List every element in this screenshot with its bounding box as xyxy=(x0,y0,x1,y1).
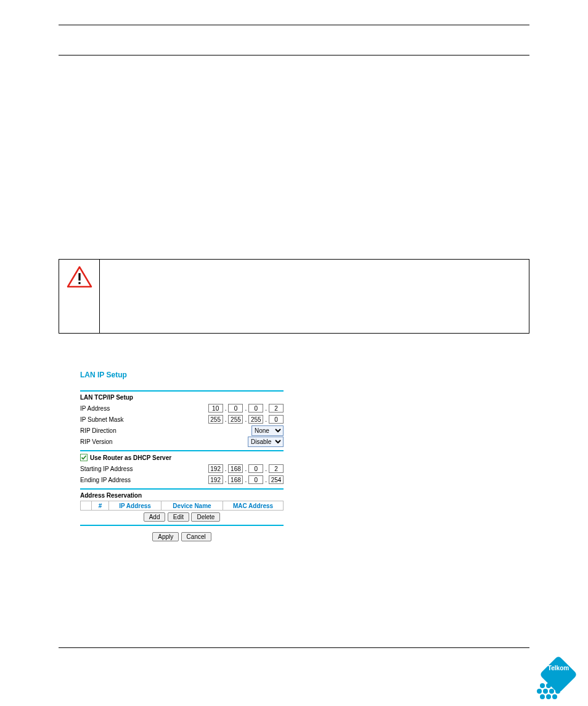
dhcp-checkbox[interactable] xyxy=(80,454,88,461)
subnet-mask-label: IP Subnet Mask xyxy=(80,416,123,423)
col-ip: IP Address xyxy=(109,501,161,511)
svg-point-13 xyxy=(546,694,551,699)
col-number: # xyxy=(92,501,109,511)
reservation-table: # IP Address Device Name MAC Address xyxy=(80,501,284,511)
rip-version-label: RIP Version xyxy=(80,438,113,445)
subnet-mask-input: . . . xyxy=(208,415,284,424)
rip-direction-select[interactable]: None xyxy=(251,425,284,436)
edit-button[interactable]: Edit xyxy=(168,512,189,522)
warning-table xyxy=(59,259,529,334)
ending-ip-label: Ending IP Address xyxy=(80,477,131,483)
end-d[interactable] xyxy=(269,475,284,484)
apply-button[interactable]: Apply xyxy=(152,532,179,541)
section-rule xyxy=(59,55,529,55)
col-mac: MAC Address xyxy=(223,501,284,511)
svg-point-10 xyxy=(549,689,554,694)
ip-d[interactable] xyxy=(269,404,284,413)
svg-rect-2 xyxy=(78,282,80,284)
svg-point-7 xyxy=(552,683,557,688)
svg-point-5 xyxy=(540,683,545,688)
rip-version-select[interactable]: Disable xyxy=(248,437,284,447)
divider xyxy=(80,390,284,392)
rip-direction-label: RIP Direction xyxy=(80,427,116,434)
add-button[interactable]: Add xyxy=(144,512,166,522)
warning-icon xyxy=(67,281,92,290)
ip-c[interactable] xyxy=(248,404,263,413)
ip-address-label: IP Address xyxy=(80,405,110,412)
delete-button[interactable]: Delete xyxy=(191,512,220,522)
divider xyxy=(80,525,284,526)
end-a[interactable] xyxy=(208,475,223,484)
end-c[interactable] xyxy=(248,475,263,484)
dhcp-label: Use Router as DHCP Server xyxy=(90,454,171,461)
svg-point-8 xyxy=(537,689,542,694)
footer-rule xyxy=(59,647,529,648)
starting-ip-input: . . . xyxy=(208,464,284,473)
svg-text:Telkom: Telkom xyxy=(548,665,569,671)
ending-ip-input: . . . xyxy=(208,475,284,484)
top-rule xyxy=(59,25,529,25)
svg-point-6 xyxy=(546,683,551,688)
col-device: Device Name xyxy=(161,501,223,511)
svg-point-14 xyxy=(552,694,557,699)
starting-ip-label: Starting IP Address xyxy=(80,466,133,472)
mask-d[interactable] xyxy=(269,415,284,424)
mask-b[interactable] xyxy=(228,415,243,424)
mask-c[interactable] xyxy=(248,415,263,424)
svg-point-11 xyxy=(555,689,560,694)
panel-title: LAN IP Setup xyxy=(80,371,284,379)
address-reservation-heading: Address Reservation xyxy=(80,492,284,499)
mask-a[interactable] xyxy=(208,415,223,424)
svg-point-12 xyxy=(540,694,545,699)
ip-b[interactable] xyxy=(228,404,243,413)
svg-point-9 xyxy=(543,689,548,694)
start-c[interactable] xyxy=(248,464,263,473)
lan-ip-setup-panel: LAN IP Setup LAN TCP/IP Setup IP Address… xyxy=(80,371,284,541)
start-b[interactable] xyxy=(228,464,243,473)
tcpip-heading: LAN TCP/IP Setup xyxy=(80,394,284,401)
divider xyxy=(80,450,284,451)
cancel-button[interactable]: Cancel xyxy=(181,532,211,541)
start-d[interactable] xyxy=(269,464,284,473)
start-a[interactable] xyxy=(208,464,223,473)
svg-rect-1 xyxy=(78,273,80,281)
ip-a[interactable] xyxy=(208,404,223,413)
end-b[interactable] xyxy=(228,475,243,484)
telkom-logo: Telkom xyxy=(534,650,583,701)
ip-address-input: . . . xyxy=(208,404,284,413)
warning-text-cell xyxy=(100,260,529,334)
svg-rect-3 xyxy=(539,655,578,694)
divider xyxy=(80,488,284,490)
